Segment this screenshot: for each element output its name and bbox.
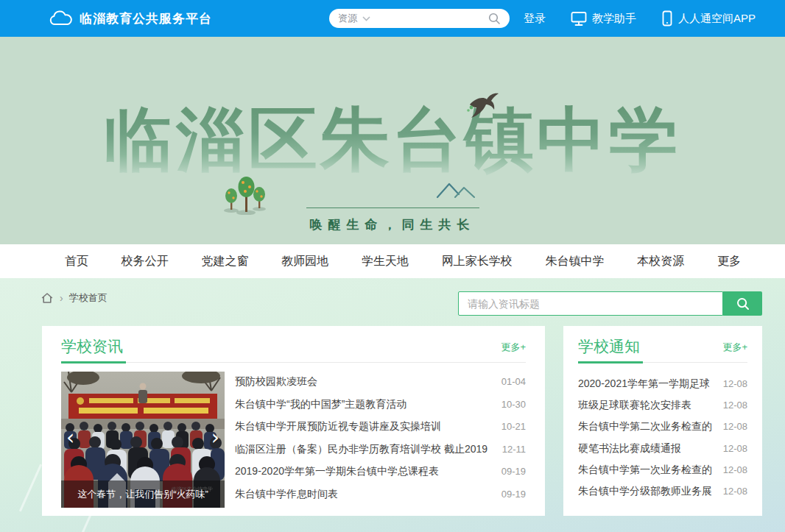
notice-item-title: 朱台镇中学第一次业务检查的	[578, 464, 714, 477]
banner-slogan-block: 唤醒生命，同生共长	[0, 208, 785, 233]
brand[interactable]: 临淄教育公共服务平台	[49, 0, 212, 37]
notice-item-title: 朱台镇中学分级部教师业务展	[578, 485, 714, 498]
news-list: 预防校园欺凌班会 01-04 朱台镇中学“我的中国梦”主题教育活动 10-30 …	[235, 372, 526, 508]
news-item-date: 01-04	[501, 376, 526, 387]
mountains-illustration	[436, 181, 479, 199]
notices-title-underline	[578, 362, 747, 363]
news-item-date: 09-19	[501, 466, 526, 477]
news-list-item[interactable]: 朱台镇中学作息时间表 09-19	[235, 488, 526, 501]
notice-item-date: 12-08	[723, 486, 747, 497]
teaching-assistant-link[interactable]: 教学助手	[571, 11, 636, 26]
notice-list-item[interactable]: 2020-2021学年第一学期足球 12-08	[578, 377, 747, 391]
news-list-item[interactable]: 预防校园欺凌班会 01-04	[235, 375, 526, 389]
nav-item[interactable]: 学生天地	[362, 254, 409, 269]
search-category[interactable]: 资源	[338, 12, 357, 25]
news-item-title: 预防校园欺凌班会	[235, 375, 493, 389]
chevron-down-icon[interactable]	[362, 16, 370, 21]
news-item-date: 12-11	[502, 444, 526, 455]
notices-panel-header: 学校通知 更多+	[578, 326, 747, 363]
login-link[interactable]: 登录	[524, 12, 546, 26]
nav-item[interactable]: 网上家长学校	[442, 254, 513, 269]
notice-item-date: 12-08	[723, 421, 747, 432]
brand-name: 临淄教育公共服务平台	[80, 10, 212, 27]
nav-item[interactable]: 校务公开	[122, 254, 169, 269]
news-list-item[interactable]: 2019-2020学年第一学期朱台镇中学总课程表 09-19	[235, 465, 526, 478]
main-nav-list: 首页 校务公开 党建之窗 教师园地 学生天地 网上家长学校 朱台镇中学 本校资源…	[65, 244, 741, 278]
carousel-prev-arrow[interactable]: ‹	[66, 428, 74, 448]
cloud-logo-icon	[49, 10, 72, 27]
home-icon[interactable]	[41, 291, 54, 305]
banner-slogan: 唤醒生命，同生共长	[0, 216, 785, 233]
monitor-icon	[571, 11, 587, 26]
top-search-box[interactable]: 资源	[329, 9, 510, 28]
news-panel-title: 学校资讯	[61, 336, 123, 358]
news-title-underline	[61, 362, 526, 363]
top-links: 登录 教学助手 人人通空间APP	[524, 0, 756, 37]
news-item-date: 09-19	[501, 489, 526, 500]
main-nav: 首页 校务公开 党建之窗 教师园地 学生天地 网上家长学校 朱台镇中学 本校资源…	[0, 244, 785, 278]
notice-item-date: 12-08	[723, 378, 747, 389]
news-item-date: 10-30	[501, 399, 526, 410]
notice-item-date: 12-08	[723, 400, 747, 411]
school-news-panel: 学校资讯 更多+	[42, 326, 545, 516]
news-search-input[interactable]	[458, 291, 723, 316]
notices-panel-title: 学校通知	[578, 336, 640, 358]
notice-list-item[interactable]: 朱台镇中学分级部教师业务展 12-08	[578, 485, 747, 498]
smartphone-icon	[661, 10, 673, 26]
news-body: 临淄区朱台镇中学 ‹ › 这个春节，让我们告别“火药味” 预防校园欺凌班会 01…	[61, 372, 526, 508]
notice-item-title: 硬笔书法比赛成绩通报	[578, 442, 714, 455]
notice-list-item[interactable]: 朱台镇中学第二次业务检查的 12-08	[578, 420, 747, 433]
news-search-button[interactable]	[723, 291, 762, 316]
content-area: › 学校首页 学校资讯 更多+	[0, 278, 785, 532]
breadcrumb-separator: ›	[60, 292, 63, 304]
breadcrumb-current[interactable]: 学校首页	[69, 291, 108, 305]
notice-item-title: 班级足球联赛轮次安排表	[578, 399, 714, 412]
background-streak	[19, 464, 42, 511]
news-search	[458, 291, 762, 316]
renrentong-app-link[interactable]: 人人通空间APP	[661, 10, 756, 26]
notice-item-date: 12-08	[723, 443, 747, 454]
notice-list-item[interactable]: 班级足球联赛轮次安排表 12-08	[578, 399, 747, 412]
news-more-link[interactable]: 更多+	[501, 341, 526, 354]
slogan-divider	[306, 208, 479, 208]
notice-item-title: 朱台镇中学第二次业务检查的	[578, 420, 714, 433]
notice-list-item[interactable]: 硬笔书法比赛成绩通报 12-08	[578, 442, 747, 455]
notice-list-item[interactable]: 朱台镇中学第一次业务检查的 12-08	[578, 464, 747, 477]
carousel-caption[interactable]: 这个春节，让我们告别“火药味”	[61, 480, 225, 508]
carousel-next-arrow[interactable]: ›	[211, 428, 219, 448]
swallow-bird-icon	[465, 93, 499, 119]
notices-more-link[interactable]: 更多+	[722, 341, 747, 354]
nav-item[interactable]: 更多	[717, 254, 741, 269]
breadcrumb: › 学校首页	[41, 291, 108, 305]
news-list-item[interactable]: 朱台镇中学开展预防近视专题讲座及实操培训 10-21	[235, 420, 526, 433]
news-item-title: 朱台镇中学作息时间表	[235, 488, 493, 501]
news-photo-carousel[interactable]: 临淄区朱台镇中学 ‹ › 这个春节，让我们告别“火药味”	[61, 372, 225, 508]
school-banner: 临淄区朱台镇中学 唤醒生命，同生共	[0, 37, 785, 244]
news-list-item[interactable]: 朱台镇中学“我的中国梦”主题教育活动 10-30	[235, 398, 526, 411]
nav-item[interactable]: 教师园地	[281, 254, 328, 269]
nav-item[interactable]: 党建之窗	[202, 254, 249, 269]
banner-school-name: 临淄区朱台镇中学	[0, 99, 785, 182]
nav-item[interactable]: 朱台镇中学	[546, 254, 605, 269]
news-item-date: 10-21	[501, 421, 526, 432]
nav-item[interactable]: 首页	[65, 254, 88, 269]
top-bar: 临淄教育公共服务平台 资源 登录 教学助手 人人通空间APP	[0, 0, 785, 37]
search-icon[interactable]	[487, 12, 501, 25]
news-item-title: 朱台镇中学“我的中国梦”主题教育活动	[235, 398, 493, 411]
notices-list: 2020-2021学年第一学期足球 12-08 班级足球联赛轮次安排表 12-0…	[578, 373, 747, 504]
school-notices-panel: 学校通知 更多+ 2020-2021学年第一学期足球 12-08 班级足球联赛轮…	[563, 326, 762, 516]
news-list-item[interactable]: 临淄区注册（备案）民办非学历教育培训学校 截止2019 12-11	[235, 443, 526, 456]
news-panel-header: 学校资讯 更多+	[61, 326, 526, 363]
news-item-title: 朱台镇中学开展预防近视专题讲座及实操培训	[235, 420, 493, 433]
nav-item[interactable]: 本校资源	[637, 254, 684, 269]
notice-item-date: 12-08	[723, 464, 747, 475]
notice-item-title: 2020-2021学年第一学期足球	[578, 377, 714, 391]
news-item-title: 2019-2020学年第一学期朱台镇中学总课程表	[235, 465, 493, 478]
news-item-title: 临淄区注册（备案）民办非学历教育培训学校 截止2019	[235, 443, 493, 456]
